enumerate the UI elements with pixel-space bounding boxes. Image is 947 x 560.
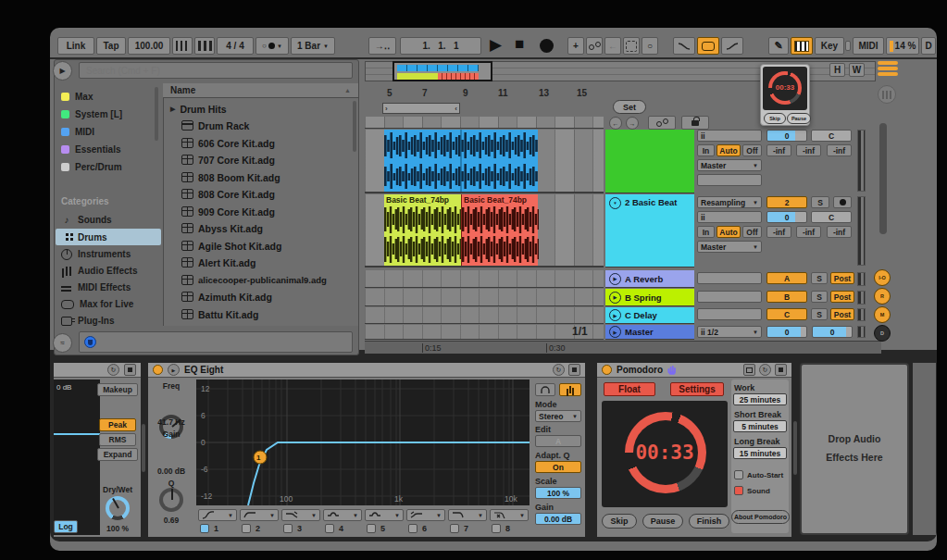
tempo-field[interactable]: 100.00 [128,37,170,55]
delay-section-button[interactable]: D [874,325,891,342]
beat-time-ruler[interactable]: 5 7 9 11 13 15 [365,86,604,103]
return-a-field[interactable] [697,272,762,284]
float-pause-button[interactable]: Pause [787,113,811,124]
band3-checkbox[interactable] [283,524,293,533]
band3-filter-menu[interactable] [281,509,320,521]
returns-section-button[interactable]: R [874,288,891,305]
sidebar-item-midi-effects[interactable]: MIDI Effects [56,280,161,295]
follow-button[interactable]: →‥ [368,37,396,55]
list-item-909[interactable]: 909 Core Kit.adg [181,204,352,219]
drywet-value[interactable]: 100 % [96,524,139,533]
mixer-section-button[interactable]: M [874,306,891,323]
sidebar-item-drums[interactable]: Drums [56,229,161,245]
track2-send-c[interactable]: -inf [827,226,852,238]
return-c-header[interactable]: ▶ C Delay [605,307,694,324]
cpu-meter[interactable]: 14 % [886,37,919,55]
compressor-log-button[interactable]: Log [54,520,78,533]
track2-number-button[interactable]: 2 [766,196,807,208]
drop-audio-effects-zone[interactable]: Drop Audio Effects Here [800,363,909,535]
record-icon[interactable] [540,39,554,53]
pomodoro-skip-button[interactable]: Skip [602,514,637,529]
clip-audio-blue[interactable] [384,130,538,192]
eq-adaptq-toggle[interactable]: On [535,461,581,473]
sidebar-item-audio-effects[interactable]: Audio Effects [56,263,161,279]
file-list-header[interactable]: Name ▲ [163,83,358,98]
track1-monitor-off[interactable]: Off [742,144,762,156]
band4-filter-menu[interactable] [323,509,362,521]
browser-collapse-button[interactable]: ▶ [53,61,72,81]
track2-monitor-in[interactable]: In [697,226,715,238]
compressor-rms-button[interactable]: RMS [99,433,136,446]
arrangement-position-field[interactable]: 1. 1. 1 [400,37,481,55]
list-item-alicecooper[interactable]: alicecooper-publicanimal9.adg [181,272,352,288]
play-circle-icon[interactable]: ▶ [609,326,621,338]
sidebar-item-instruments[interactable]: Instruments [56,246,161,262]
compressor-peak-button[interactable]: Peak [99,418,136,431]
eq-edit-field[interactable]: A [535,435,581,447]
mixer-sections-icon[interactable] [878,85,896,104]
pomodoro-float-window[interactable]: 00:33 Skip Pause [760,64,810,126]
device-activator[interactable] [602,365,612,375]
band6-checkbox[interactable] [408,524,417,533]
next-locator-button[interactable]: → [626,117,639,130]
play-circle-icon[interactable]: ▶ [609,292,621,304]
track1-send-a[interactable]: -inf [766,144,791,156]
return-a-lane[interactable] [365,270,604,288]
track1-pan[interactable]: C [811,130,852,142]
computer-midi-keyboard-button[interactable] [791,37,813,55]
list-item-808boom[interactable]: 808 Boom Kit.adg [181,169,352,185]
track1-extra-field[interactable] [697,174,762,186]
loop-start-handle[interactable]: › [385,105,388,113]
link-button[interactable]: Link [57,37,94,55]
track1-output-menu[interactable]: Master [697,159,762,171]
pomodoro-pause-button[interactable]: Pause [642,514,683,529]
pomodoro-finish-button[interactable]: Finish [689,514,729,529]
track-fold-icon[interactable]: ▼ [609,197,621,209]
save-preset-icon[interactable] [124,364,136,376]
time-signature-field[interactable]: 4 / 4 [217,37,254,55]
eq-q-value[interactable]: 0.69 [151,516,192,525]
spectrum-button[interactable] [559,383,581,396]
tag-system[interactable]: System [L] [56,106,156,122]
band5-filter-menu[interactable] [365,509,404,521]
pomodoro-settings-button[interactable]: Settings [670,382,724,396]
hot-swap-icon[interactable]: ↻ [107,364,119,376]
clip-height-button[interactable]: H [829,63,845,77]
re-enable-automation-button[interactable]: ← [604,37,621,55]
io-section-button[interactable]: I-O [874,269,891,286]
play-circle-icon[interactable]: ▶ [609,309,621,321]
list-item-alert[interactable]: Alert Kit.adg [181,255,352,270]
punch-region-button[interactable] [623,37,640,55]
compressor-expand-button[interactable]: Expand [97,448,138,461]
return-b-field[interactable] [697,291,762,303]
return-c-badge[interactable]: C [766,308,807,320]
hot-swap-icon[interactable]: ↻ [553,364,565,376]
list-item-drum-hits[interactable]: ▶ Drum Hits [170,101,352,117]
band6-filter-menu[interactable] [406,509,445,521]
device-scrollbar[interactable] [142,424,145,472]
eq-point-1[interactable]: 1 [256,454,260,462]
tag-midi[interactable]: MIDI [56,124,156,140]
arrangement-loop-button[interactable] [697,37,719,55]
master-cue-volume[interactable]: 0 [812,326,853,338]
return-c-field[interactable] [697,308,762,320]
nudge-up-button[interactable] [194,37,215,55]
stop-icon[interactable]: ■ [515,35,524,54]
device-fold-icon[interactable]: ▶ [168,364,180,376]
loop-switch-button[interactable]: ○ [642,37,658,55]
band2-filter-menu[interactable] [240,509,279,521]
track1-monitor-in[interactable]: In [697,144,715,156]
tags-scrollbar[interactable] [155,87,158,141]
eq-mode-menu[interactable]: Stereo [535,410,581,422]
track2-arm-button[interactable] [833,196,852,208]
track1-send-b[interactable]: -inf [796,144,821,156]
clip-basic-beat-yellow[interactable]: Basic Beat_74bp [384,194,461,266]
audition-button[interactable] [535,383,555,396]
track1-volume[interactable]: 0 [766,130,807,142]
device-chain-scrollbar[interactable] [793,421,797,475]
list-item-agile[interactable]: Agile Shot Kit.adg [181,238,352,254]
float-window-icon[interactable] [743,364,755,376]
track2-send-b[interactable]: -inf [796,226,821,238]
time-ruler[interactable]: 0:15 0:30 [365,341,881,354]
tag-percdrum[interactable]: Perc/Drum [56,159,156,175]
